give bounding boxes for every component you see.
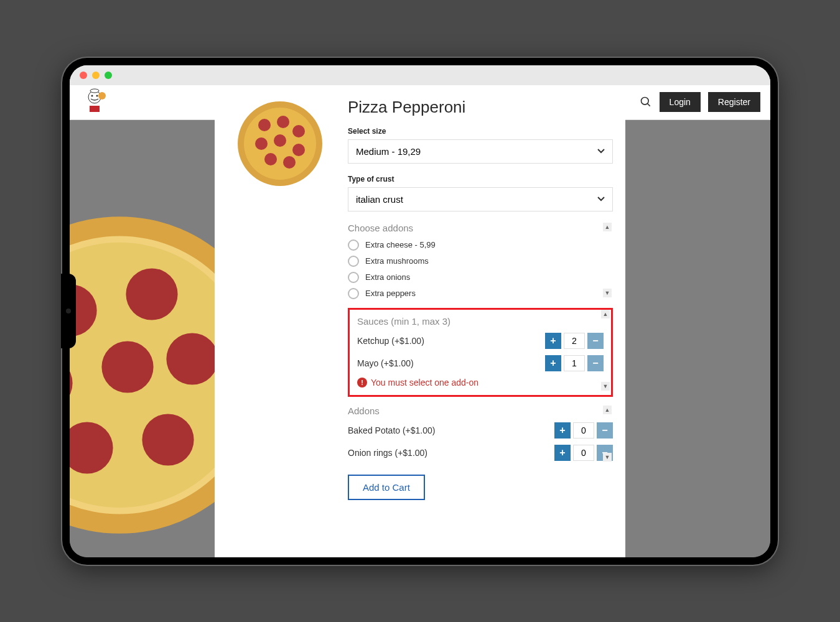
- sauce-row: Ketchup (+$1.00) + −: [357, 333, 604, 349]
- scroll-up-icon[interactable]: ▲: [603, 223, 612, 231]
- scroll-up-icon[interactable]: ▲: [603, 406, 612, 414]
- svg-point-17: [142, 414, 194, 465]
- search-icon[interactable]: [640, 96, 652, 108]
- extra-row: Baked Potato (+$1.00) + −: [348, 422, 613, 439]
- qty-increase-button[interactable]: +: [545, 333, 561, 349]
- radio-icon: [348, 239, 359, 251]
- svg-rect-4: [90, 106, 100, 112]
- scroll-down-icon[interactable]: ▼: [603, 289, 612, 297]
- extras-title: Addons: [348, 406, 613, 416]
- qty-input[interactable]: [573, 445, 594, 461]
- svg-point-27: [283, 156, 296, 169]
- modal-image-column: [215, 85, 345, 557]
- size-select[interactable]: Medium - 19,29: [348, 139, 613, 164]
- svg-point-14: [101, 341, 153, 392]
- svg-point-12: [126, 268, 177, 320]
- svg-point-2: [96, 95, 98, 97]
- validation-error: ! You must select one add-on: [357, 378, 604, 388]
- svg-point-6: [641, 98, 648, 105]
- radio-icon: [348, 272, 359, 283]
- addon-label: Extra peppers: [365, 289, 416, 298]
- addon-label: Extra cheese - 5,99: [365, 240, 436, 249]
- qty-input[interactable]: [564, 333, 585, 349]
- svg-point-5: [98, 92, 106, 100]
- sauce-row: Mayo (+$1.00) + −: [357, 355, 604, 371]
- crust-select[interactable]: italian crust: [348, 187, 613, 211]
- addon-label: Extra onions: [365, 272, 410, 282]
- product-title: Pizza Pepperoni: [348, 98, 613, 117]
- svg-point-3: [90, 89, 99, 93]
- extra-label: Onion rings (+$1.00): [348, 448, 427, 458]
- addons-section: ▲ ▼ Choose addons Extra cheese - 5,99 Ex…: [348, 223, 613, 299]
- qty-input[interactable]: [564, 355, 585, 371]
- addon-option[interactable]: Extra onions: [348, 272, 613, 283]
- addon-label: Extra mushrooms: [365, 256, 429, 266]
- addon-option[interactable]: Extra peppers: [348, 288, 613, 299]
- window-maximize-icon[interactable]: [105, 72, 112, 79]
- qty-input[interactable]: [573, 422, 594, 439]
- sauce-label: Ketchup (+$1.00): [357, 336, 424, 346]
- browser-titlebar: [70, 65, 770, 85]
- size-label: Select size: [348, 127, 613, 136]
- modal-form-column: Pizza Pepperoni Select size Medium - 19,…: [345, 85, 625, 557]
- svg-point-24: [274, 134, 286, 147]
- addon-option[interactable]: Extra cheese - 5,99: [348, 239, 613, 251]
- svg-line-7: [647, 104, 650, 106]
- scroll-down-icon[interactable]: ▼: [603, 453, 612, 462]
- addon-option[interactable]: Extra mushrooms: [348, 256, 613, 267]
- window-minimize-icon[interactable]: [92, 72, 100, 79]
- svg-point-22: [292, 125, 305, 137]
- register-button[interactable]: Register: [708, 92, 760, 112]
- crust-label: Type of crust: [348, 175, 613, 183]
- svg-point-26: [264, 153, 277, 165]
- scroll-down-icon[interactable]: ▼: [601, 382, 610, 391]
- svg-point-25: [292, 144, 305, 156]
- radio-icon: [348, 256, 359, 267]
- store-logo[interactable]: [80, 87, 110, 117]
- screen: Login Register: [70, 65, 770, 557]
- svg-point-1: [91, 95, 93, 97]
- qty-increase-button[interactable]: +: [554, 445, 571, 461]
- tablet-camera-notch: [61, 274, 76, 348]
- svg-point-20: [258, 119, 271, 131]
- sauces-title: Sauces (min 1, max 3): [357, 316, 604, 327]
- extra-label: Baked Potato (+$1.00): [348, 425, 436, 435]
- radio-icon: [348, 288, 359, 299]
- login-button[interactable]: Login: [660, 92, 701, 112]
- scroll-up-icon[interactable]: ▲: [601, 310, 610, 318]
- window-close-icon[interactable]: [80, 72, 87, 79]
- extras-section: ▲ ▼ Addons Baked Potato (+$1.00) + − Oni…: [348, 406, 613, 461]
- svg-point-21: [277, 116, 289, 128]
- addons-title: Choose addons: [348, 223, 613, 233]
- sauce-label: Mayo (+$1.00): [357, 358, 414, 368]
- product-image: [236, 100, 324, 187]
- error-icon: !: [357, 378, 367, 388]
- add-to-cart-button[interactable]: Add to Cart: [348, 475, 425, 500]
- sauces-section: ▲ ▼ Sauces (min 1, max 3) Ketchup (+$1.0…: [348, 308, 613, 397]
- product-modal: Pizza Pepperoni Select size Medium - 19,…: [215, 85, 625, 557]
- svg-point-23: [255, 137, 268, 150]
- svg-point-15: [166, 333, 218, 384]
- qty-increase-button[interactable]: +: [545, 355, 561, 371]
- extra-row: Onion rings (+$1.00) + −: [348, 445, 613, 461]
- tablet-device-frame: Login Register: [62, 58, 778, 565]
- qty-increase-button[interactable]: +: [554, 422, 571, 439]
